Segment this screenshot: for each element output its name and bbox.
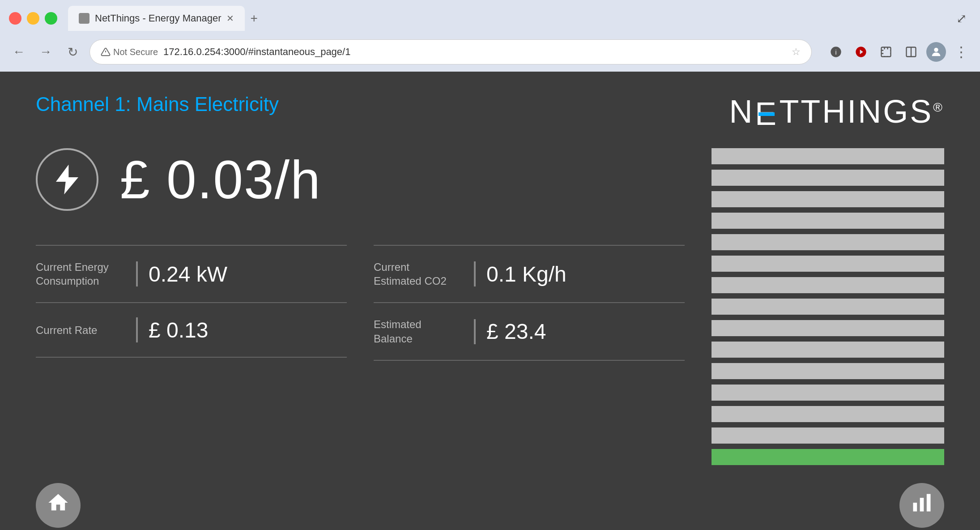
bar-13 — [712, 406, 944, 422]
bar-9 — [712, 320, 944, 336]
logo: N E TTHINGS® — [729, 93, 944, 130]
chart-svg — [910, 491, 933, 514]
svg-rect-9 — [758, 112, 775, 116]
bar-10 — [712, 342, 944, 358]
more-menu-button[interactable]: ⋮ — [951, 42, 971, 62]
bar-12 — [712, 385, 944, 401]
bottom-nav — [36, 483, 944, 528]
active-tab[interactable]: NetThings - Energy Manager ✕ — [68, 6, 245, 31]
bar-3 — [712, 191, 944, 207]
rate-value: £ 0.13 — [149, 318, 208, 342]
gap-12 — [712, 402, 944, 404]
address-bar[interactable]: Not Secure 172.16.0.254:3000/#instantane… — [89, 39, 812, 64]
bar-14 — [712, 427, 944, 444]
bar-4 — [712, 213, 944, 229]
traffic-lights — [9, 12, 57, 25]
home-svg — [47, 491, 70, 514]
bar-5 — [712, 234, 944, 250]
not-secure-text: Not Secure — [113, 47, 158, 57]
refresh-button[interactable]: ↻ — [63, 42, 82, 62]
extension-btn-3[interactable] — [876, 42, 896, 62]
bar-1 — [712, 148, 944, 164]
current-rate-stat: Current Rate £ 0.13 — [36, 310, 347, 350]
bar-2 — [712, 170, 944, 186]
balance-label: EstimatedBalance — [374, 317, 463, 345]
energy-label: Current EnergyConsumption — [36, 260, 125, 288]
balance-value: £ 23.4 — [486, 319, 546, 344]
extension-icon-1: i — [830, 46, 842, 58]
main-cost-value: £ 0.03/h — [120, 149, 321, 210]
balance-stat: EstimatedBalance £ 23.4 — [374, 310, 685, 352]
gap-5 — [712, 252, 944, 254]
divider-2 — [36, 302, 347, 303]
rate-label: Current Rate — [36, 323, 125, 337]
avatar-icon — [930, 46, 942, 58]
metrics-panel: £ 0.03/h Current EnergyConsumption 0.24 … — [36, 148, 685, 465]
gap-10 — [712, 359, 944, 361]
bar-green — [712, 449, 944, 465]
svg-rect-12 — [927, 494, 931, 512]
extension-btn-2[interactable] — [851, 42, 871, 62]
puzzle-icon — [880, 46, 892, 58]
app-header: Channel 1: Mains Electricity N E TTHINGS… — [36, 93, 944, 130]
browser-chrome: NetThings - Energy Manager ✕ + ⤢ ← → ↻ N… — [0, 0, 980, 72]
stat-sep-4 — [474, 319, 476, 344]
split-view-btn[interactable] — [901, 42, 921, 62]
profile-avatar[interactable] — [926, 42, 946, 62]
browser-actions: i — [826, 42, 971, 62]
gap-14 — [712, 445, 944, 447]
chart-button[interactable] — [899, 483, 944, 528]
split-view-icon — [905, 46, 917, 58]
tab-close-button[interactable]: ✕ — [226, 13, 234, 24]
back-button[interactable]: ← — [9, 42, 29, 62]
logo-n: N — [729, 94, 754, 129]
stat-sep-3 — [474, 261, 476, 286]
co2-value: 0.1 Kg/h — [486, 262, 567, 286]
bar-chart — [712, 148, 944, 465]
expand-button[interactable]: ⤢ — [951, 9, 971, 28]
gap-7 — [712, 295, 944, 297]
stats-col-1: Current EnergyConsumption 0.24 kW Curren… — [36, 238, 347, 368]
gap-8 — [712, 316, 944, 318]
co2-label: CurrentEstimated CO2 — [374, 260, 463, 288]
extension-btn-1[interactable]: i — [826, 42, 846, 62]
gap-9 — [712, 338, 944, 340]
bar-8 — [712, 299, 944, 315]
tab-favicon — [79, 13, 89, 24]
home-icon — [47, 491, 70, 519]
bar-11 — [712, 363, 944, 379]
power-icon-circle — [36, 148, 98, 211]
logo-area: N E TTHINGS® — [729, 93, 944, 130]
gap-3 — [712, 209, 944, 211]
logo-e-with-dash: E — [755, 98, 778, 130]
stats-col-2: CurrentEstimated CO2 0.1 Kg/h EstimatedB… — [374, 238, 685, 368]
channel-title: Channel 1: Mains Electricity — [36, 93, 279, 115]
divider-5 — [374, 302, 685, 303]
divider-6 — [374, 360, 685, 361]
svg-rect-11 — [920, 498, 924, 512]
lightning-icon — [49, 162, 85, 197]
stats-grid: Current EnergyConsumption 0.24 kW Curren… — [36, 238, 685, 368]
bookmark-icon[interactable]: ☆ — [792, 46, 801, 58]
svg-rect-4 — [882, 47, 891, 57]
app-content: Channel 1: Mains Electricity N E TTHINGS… — [0, 72, 980, 530]
tab-title: NetThings - Energy Manager — [95, 13, 221, 24]
gap-4 — [712, 231, 944, 232]
bar-6 — [712, 256, 944, 272]
maximize-traffic-light[interactable] — [45, 12, 57, 25]
divider-1 — [36, 245, 347, 246]
svg-text:i: i — [835, 49, 836, 56]
new-tab-button[interactable]: + — [247, 8, 261, 29]
energy-value: 0.24 kW — [149, 262, 227, 286]
home-button[interactable] — [36, 483, 81, 528]
forward-button[interactable]: → — [36, 42, 55, 62]
svg-rect-10 — [913, 503, 917, 512]
chart-icon — [910, 491, 933, 519]
close-traffic-light[interactable] — [9, 12, 21, 25]
svg-point-7 — [934, 48, 938, 52]
minimize-traffic-light[interactable] — [27, 12, 39, 25]
main-metric: £ 0.03/h — [36, 148, 685, 211]
divider-3 — [36, 357, 347, 358]
gap-13 — [712, 424, 944, 426]
logo-registered: ® — [933, 100, 944, 114]
